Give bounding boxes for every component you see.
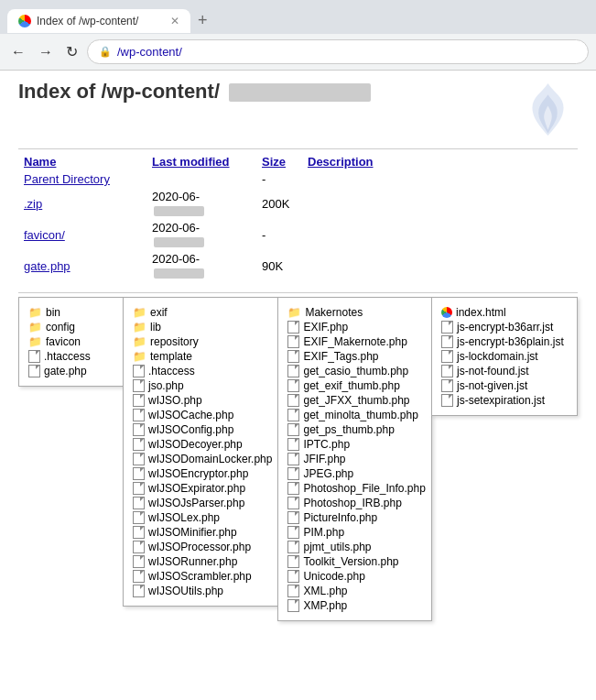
col-header-size: Size <box>256 153 302 170</box>
list-item[interactable]: js-encrypt-b36arr.jst <box>441 320 568 334</box>
file-link-gate_php[interactable]: gate.php <box>24 259 70 273</box>
file-icon <box>287 321 299 334</box>
col-header-description: Description <box>302 153 578 170</box>
file-icon <box>287 526 299 539</box>
item-label: js-not-given.jst <box>457 379 527 392</box>
item-label: .htaccess <box>44 350 91 363</box>
file-icon <box>133 394 145 407</box>
list-item[interactable]: 📁template <box>133 349 268 364</box>
file-icon <box>287 585 299 597</box>
list-item[interactable]: wIJSOJsParser.php <box>133 496 268 510</box>
list-item[interactable]: .htaccess <box>28 349 114 364</box>
date-blur <box>154 206 204 216</box>
list-item[interactable]: 📁config <box>28 320 114 334</box>
list-item[interactable]: js-setexpiration.jst <box>441 393 568 408</box>
list-item[interactable]: get_minolta_thumb.php <box>287 408 422 422</box>
item-label: JPEG.php <box>303 467 353 480</box>
list-item[interactable]: IPTC.php <box>287 437 422 452</box>
folder-icon: 📁 <box>28 335 42 348</box>
list-item[interactable]: wIJSOUtils.php <box>133 584 268 598</box>
list-item[interactable]: Toolkit_Version.php <box>287 554 422 569</box>
list-item[interactable]: wIJSODecoyer.php <box>133 437 268 452</box>
list-item[interactable]: pjmt_utils.php <box>287 540 422 554</box>
date-blur <box>154 268 204 279</box>
list-item[interactable]: wIJSOProcessor.php <box>133 540 268 554</box>
list-item[interactable]: js-not-given.jst <box>441 378 568 393</box>
list-item[interactable]: wIJSOExpirator.php <box>133 481 268 496</box>
file-icon <box>133 511 145 524</box>
file-size: 200K <box>256 188 302 219</box>
list-item[interactable]: wIJSOLex.php <box>133 510 268 525</box>
item-label: get_casio_thumb.php <box>303 365 408 377</box>
list-item[interactable]: js-encrypt-b36plain.jst <box>441 334 568 349</box>
tab-title: Index of /wp-content/ <box>37 15 165 27</box>
tab-close-button[interactable]: ✕ <box>170 15 179 27</box>
name-sort-link[interactable]: Name <box>24 155 56 169</box>
list-item[interactable]: gate.php <box>28 364 114 378</box>
list-item[interactable]: JPEG.php <box>287 466 422 481</box>
file-icon <box>133 555 145 568</box>
forward-button[interactable]: → <box>35 40 57 64</box>
file-icon <box>287 379 299 392</box>
list-item[interactable]: 📁exif <box>133 305 268 320</box>
list-item[interactable]: index.html <box>441 305 568 320</box>
address-text: /wp-content/ <box>117 45 577 59</box>
file-icon <box>133 585 145 597</box>
back-button[interactable]: ← <box>7 40 29 64</box>
list-item[interactable]: 📁Makernotes <box>287 305 422 320</box>
file-link-favicon_[interactable]: favicon/ <box>24 228 65 242</box>
list-item[interactable]: Photoshop_IRB.php <box>287 496 422 510</box>
new-tab-button[interactable]: + <box>194 7 211 34</box>
file-icon <box>287 555 299 568</box>
folder-panel-3: 📁MakernotesEXIF.phpEXIF_Makernote.phpEXI… <box>277 297 432 621</box>
list-item[interactable]: js-not-found.jst <box>441 364 568 378</box>
list-item[interactable]: wIJSOConfig.php <box>133 422 268 437</box>
item-label: wIJSORunner.php <box>148 555 237 568</box>
list-item[interactable]: PIM.php <box>287 525 422 540</box>
list-item[interactable]: JFIF.php <box>287 452 422 466</box>
item-label: Photoshop_File_Info.php <box>303 482 425 495</box>
file-icon <box>28 350 40 363</box>
list-item[interactable]: wIJSO.php <box>133 393 268 408</box>
list-item[interactable]: get_casio_thumb.php <box>287 364 422 378</box>
list-item[interactable]: 📁lib <box>133 320 268 334</box>
list-item[interactable]: .htaccess <box>133 364 268 378</box>
item-label: get_minolta_thumb.php <box>303 409 417 421</box>
list-item[interactable]: get_JFXX_thumb.php <box>287 393 422 408</box>
list-item[interactable]: 📁favicon <box>28 334 114 349</box>
modified-sort-link[interactable]: Last modified <box>152 155 230 169</box>
list-item[interactable]: Photoshop_File_Info.php <box>287 481 422 496</box>
file-link-Parent_Directory[interactable]: Parent Directory <box>24 172 110 186</box>
list-item[interactable]: 📁bin <box>28 305 114 320</box>
file-icon <box>133 438 145 451</box>
list-item[interactable]: EXIF_Makernote.php <box>287 334 422 349</box>
list-item[interactable]: wIJSOMinifier.php <box>133 525 268 540</box>
item-label: wIJSOProcessor.php <box>148 541 251 553</box>
table-row: Parent Directory- <box>18 170 578 188</box>
list-item[interactable]: EXIF_Tags.php <box>287 349 422 364</box>
item-label: get_exif_thumb.php <box>303 379 399 392</box>
description-sort-link[interactable]: Description <box>308 155 374 169</box>
list-item[interactable]: wIJSOScrambler.php <box>133 569 268 584</box>
list-item[interactable]: wIJSOCache.php <box>133 408 268 422</box>
active-tab[interactable]: Index of /wp-content/ ✕ <box>7 9 190 33</box>
list-item[interactable]: EXIF.php <box>287 320 422 334</box>
reload-button[interactable]: ↻ <box>62 39 81 64</box>
list-item[interactable]: wIJSORunner.php <box>133 554 268 569</box>
address-bar[interactable]: 🔒 /wp-content/ <box>87 39 589 64</box>
list-item[interactable]: get_ps_thumb.php <box>287 422 422 437</box>
list-item[interactable]: js-lockdomain.jst <box>441 349 568 364</box>
list-item[interactable]: jso.php <box>133 378 268 393</box>
list-item[interactable]: XMP.php <box>287 598 422 613</box>
list-item[interactable]: get_exif_thumb.php <box>287 378 422 393</box>
list-item[interactable]: wIJSOEncryptor.php <box>133 466 268 481</box>
list-item[interactable]: XML.php <box>287 584 422 598</box>
list-item[interactable]: Unicode.php <box>287 569 422 584</box>
nav-bar: ← → ↻ 🔒 /wp-content/ <box>0 34 596 70</box>
size-sort-link[interactable]: Size <box>262 155 286 169</box>
list-item[interactable]: 📁repository <box>133 334 268 349</box>
list-item[interactable]: PictureInfo.php <box>287 510 422 525</box>
file-link-_zip[interactable]: .zip <box>24 197 42 211</box>
item-label: EXIF_Makernote.php <box>303 335 406 348</box>
list-item[interactable]: wIJSODomainLocker.php <box>133 452 268 466</box>
